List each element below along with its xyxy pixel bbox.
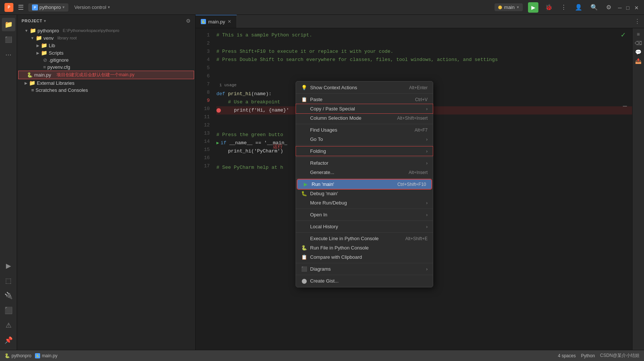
goto-label: Go To [310,136,423,142]
diagrams-icon: ⬛ [301,266,307,272]
run-button[interactable]: ▶ [528,2,538,13]
code-text-2 [216,39,219,48]
minimize-button[interactable]: ─ [618,5,623,10]
scratches-label: Scratches and Consoles [36,87,88,93]
statusbar-file[interactable]: 🐍 main.py [35,353,57,358]
menu-item-generate[interactable]: Generate... Alt+Insert [296,168,433,177]
tab-more-button[interactable]: ⋮ [631,18,644,25]
tree-item-pythonpro[interactable]: ▼ 📁 pythonpro E:\Pythonworkspace\pythonp… [19,27,194,34]
activity-alert-icon[interactable]: ⚠ [2,319,15,332]
right-icon-2[interactable]: ⌫ [635,40,642,46]
code-text-6 [216,72,219,80]
menu-item-diagrams[interactable]: ⬛ Diagrams › [296,264,433,274]
maximize-button[interactable]: □ [626,5,631,10]
menu-item-find-usages[interactable]: Find Usages Alt+F7 [296,125,433,135]
code-if: if [220,139,229,147]
tree-item-scripts[interactable]: ▶ 📁 Scripts [19,49,194,57]
file-tree: ▼ 📁 pythonpro E:\Pythonworkspace\pythonp… [17,27,195,94]
menu-item-folding[interactable]: Folding › [296,146,433,156]
paste-icon: 📋 [301,97,307,102]
run-main-play-icon: ▶ [303,181,309,187]
scratches-list-icon: ≡ [31,87,34,93]
menu-item-compare-clipboard[interactable]: 📋 Compare with Clipboard [296,252,433,262]
more-run-arrow-icon: › [426,200,428,206]
statusbar-branch[interactable]: 🐍 pythonpro [4,353,31,358]
menu-item-show-context[interactable]: 💡 Show Context Actions Alt+Enter [296,83,433,92]
activity-layers-icon[interactable]: ⬚ [2,274,15,287]
menu-item-open-in[interactable]: Open In › [296,210,433,219]
pythonpro-path: E:\Pythonworkspace\pythonpro [63,28,119,33]
line-15: 15 [196,146,210,154]
menu-item-local-history[interactable]: Local History › [296,222,433,231]
tree-item-venv[interactable]: ▼ 📁 venv library root [19,34,194,42]
menu-item-refactor[interactable]: Refactor › [296,158,433,168]
right-icon-3[interactable]: 💬 [635,49,641,55]
user-icon[interactable]: 👤 [573,2,584,12]
tree-item-lib[interactable]: ▶ 📁 Lib [19,42,194,49]
hamburger-menu[interactable]: ☰ [16,2,25,13]
tree-item-gitignore[interactable]: ⊘ .gitignore [19,57,194,64]
code-text-1: # This is a sample Python script. [216,31,312,39]
separator-8 [296,232,433,233]
menu-item-copy-paste-special[interactable]: Copy / Paste Special › [296,104,433,113]
activity-plugin-icon[interactable]: 🔌 [2,289,15,302]
tree-item-external[interactable]: ▶ 📁 External Libraries [19,79,194,87]
statusbar-lang[interactable]: Python [581,353,595,358]
search-icon[interactable]: 🔍 [589,2,599,12]
menu-item-column-selection[interactable]: Column Selection Mode Alt+Shift+Insert [296,113,433,123]
folding-arrow-icon: › [426,149,428,154]
version-control-menu[interactable]: Version control ▾ [71,3,113,11]
right-icon-4[interactable]: 📤 [635,58,641,64]
code-text-15 [216,155,219,164]
debug-button[interactable]: 🐞 [544,2,554,13]
branch-selector[interactable]: main ▾ [495,3,523,11]
activity-run-icon[interactable]: ▶ [2,259,15,273]
menu-item-run-main[interactable]: ▶ Run 'main' Ctrl+Shift+F10 [297,180,431,189]
line-5: 5 [196,64,210,72]
menu-item-run-file-console[interactable]: 🐍 Run File in Python Console [296,243,433,252]
tab-close-button[interactable]: ✕ [228,19,231,24]
tree-item-scratches[interactable]: ≡ Scratches and Consoles [19,87,194,94]
cfg-icon: ≡ [43,64,46,70]
menu-item-debug-main[interactable]: 🐛 Debug 'main' [296,189,433,198]
diagrams-label: Diagrams [310,266,423,272]
separator-5 [296,178,433,178]
code-line-6 [216,72,632,80]
scripts-folder-icon: 📁 [41,50,47,56]
code-line-2 [216,39,632,48]
folder-icon: 📁 [30,28,36,33]
gitignore-label: .gitignore [49,57,68,63]
activity-terminal-icon[interactable]: ⬛ [2,304,15,317]
tree-item-pyvenvcfg[interactable]: ≡ pyvenv.cfg [19,64,194,71]
right-icon-1[interactable]: ≡ [637,31,640,37]
goto-arrow-icon: › [426,137,428,142]
menu-item-goto[interactable]: Go To › [296,135,433,144]
tab-mainpy[interactable]: 🐍 main.py ✕ [196,15,237,28]
lib-label: Lib [49,43,55,48]
activity-structure-icon[interactable]: ⬛ [2,33,15,46]
venv-folder-icon: 📁 [36,35,42,41]
statusbar-spaces[interactable]: 4 spaces [558,353,576,358]
menu-item-create-gist[interactable]: ⬤ Create Gist... [296,276,433,286]
menu-item-execute-line[interactable]: Execute Line in Python Console Alt+Shift… [296,234,433,243]
menu-item-paste[interactable]: 📋 Paste Ctrl+V [296,95,433,104]
activity-bar: 📁 ⬛ ··· ▶ ⬚ 🔌 ⬛ ⚠ 📌 [0,15,17,350]
settings-icon[interactable]: ⚙ [605,2,613,12]
close-button[interactable]: ✕ [634,5,640,10]
statusbar-watermark: CSDN@某介小结娃 [600,352,640,359]
branch-dropdown-icon: ▾ [517,5,519,10]
activity-git-icon[interactable]: 📌 [2,333,15,347]
activity-more-icon[interactable]: ··· [2,48,15,61]
project-selector[interactable]: P pythonpro ▾ [28,3,68,12]
diagrams-arrow-icon: › [426,267,428,272]
find-usages-label: Find Usages [310,127,412,133]
activity-project-icon[interactable]: 📁 [2,18,15,31]
tab-label: main.py [208,19,225,25]
create-gist-label: Create Gist... [310,278,428,284]
menu-item-more-run[interactable]: More Run/Debug › [296,198,433,207]
tree-item-mainpy[interactable]: 🐍 main.py 项目创建完成后会默认创建一个main.py [19,71,194,79]
more-options-button[interactable]: ⋮ [559,2,568,12]
line-17: 17 [196,162,210,170]
line-16: 16 [196,154,210,162]
sidebar-gear-icon[interactable]: ⚙ [186,18,191,24]
